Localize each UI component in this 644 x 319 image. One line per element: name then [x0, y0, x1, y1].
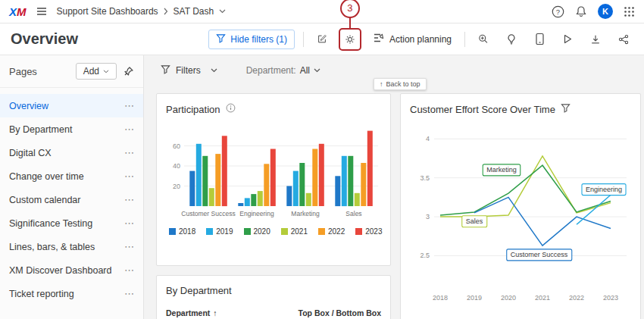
- ces-over-time-widget: Customer Effort Score Over Time 2.533.54…: [400, 93, 641, 319]
- sidebar-item-label: By Department: [9, 124, 72, 135]
- legend-swatch: [355, 228, 362, 235]
- sidebar-item-label: Custom calendar: [9, 195, 81, 205]
- svg-text:3: 3: [426, 213, 430, 220]
- by-department-title: By Department: [166, 285, 232, 296]
- page-title: Overview: [11, 30, 78, 48]
- legend-swatch: [244, 228, 251, 235]
- legend-swatch: [206, 228, 213, 235]
- sidebar-item-lines-bars-tables[interactable]: Lines, bars, & tables⋯: [0, 235, 143, 258]
- legend-label: 2018: [179, 227, 195, 236]
- app-grid-icon[interactable]: [624, 6, 635, 17]
- unpin-sidebar-icon[interactable]: [123, 66, 134, 77]
- svg-text:Engineering: Engineering: [239, 210, 274, 217]
- sidebar-item-significance-testing[interactable]: Significance Testing⋯: [0, 211, 143, 235]
- ces-title: Customer Effort Score Over Time: [410, 104, 555, 115]
- legend-label: 2022: [328, 227, 345, 236]
- filter-toggle-icon: [216, 33, 226, 45]
- svg-text:Marketing: Marketing: [486, 166, 517, 174]
- hamburger-menu-icon[interactable]: [36, 5, 48, 17]
- legend-item-2019[interactable]: 2019: [206, 227, 233, 236]
- xm-logo[interactable]: XM: [9, 5, 27, 18]
- info-icon[interactable]: [226, 103, 236, 115]
- dashboard-toolbar: Hide filters (1) 3 Action planning: [208, 30, 633, 49]
- user-avatar[interactable]: K: [598, 4, 613, 19]
- item-options-icon[interactable]: ⋯: [124, 100, 134, 111]
- sidebar-item-xm-discover-dashboard[interactable]: XM Discover Dashboard⋯: [0, 258, 143, 282]
- item-options-icon[interactable]: ⋯: [124, 264, 134, 276]
- sidebar-item-custom-calendar[interactable]: Custom calendar⋯: [0, 188, 143, 211]
- ces-chart: 2.533.54201820192020202120222023SalesMar…: [410, 120, 631, 311]
- by-department-table-header: Department ↑ Top Box / Bottom Box (CSAT): [166, 308, 381, 319]
- svg-text:4: 4: [426, 135, 430, 142]
- breadcrumb-root[interactable]: Support Site Dashboards: [57, 6, 158, 17]
- legend-item-2023[interactable]: 2023: [355, 227, 382, 236]
- sidebar-item-label: Overview: [9, 101, 48, 111]
- sidebar-header: Pages Add: [0, 55, 143, 88]
- svg-text:2022: 2022: [569, 294, 584, 302]
- filter-funnel-icon: [161, 64, 170, 77]
- sidebar-item-label: Ticket reporting: [9, 289, 74, 299]
- legend-item-2022[interactable]: 2022: [318, 227, 345, 236]
- topbar-actions: ? K: [552, 4, 635, 19]
- back-to-top-button[interactable]: ↑ Back to top: [374, 78, 427, 90]
- filters-toggle-button[interactable]: Filters: [156, 64, 222, 77]
- sidebar-item-label: XM Discover Dashboard: [9, 265, 111, 276]
- hide-filters-button[interactable]: Hide filters (1): [208, 30, 295, 49]
- play-presentation-icon[interactable]: [558, 30, 577, 49]
- svg-text:3.5: 3.5: [420, 174, 430, 182]
- svg-text:Marketing: Marketing: [291, 210, 320, 217]
- lightbulb-icon[interactable]: [502, 30, 521, 49]
- svg-text:20: 20: [173, 183, 180, 190]
- settings-gear-icon[interactable]: 3: [340, 30, 360, 49]
- svg-text:Sales: Sales: [345, 210, 361, 217]
- item-options-icon[interactable]: ⋯: [124, 170, 134, 182]
- item-options-icon[interactable]: ⋯: [124, 124, 134, 135]
- share-icon[interactable]: [614, 30, 633, 49]
- legend-swatch: [318, 228, 325, 235]
- item-options-icon[interactable]: ⋯: [124, 217, 134, 229]
- item-options-icon[interactable]: ⋯: [124, 194, 134, 205]
- legend-item-2018[interactable]: 2018: [169, 227, 195, 236]
- column-header-topbox[interactable]: Top Box / Bottom Box (CSAT): [289, 308, 381, 319]
- svg-text:2020: 2020: [501, 294, 516, 302]
- sidebar-item-label: Digital CX: [9, 148, 52, 158]
- notifications-bell-icon[interactable]: [575, 5, 587, 17]
- sidebar-item-overview[interactable]: Overview⋯: [0, 94, 143, 117]
- mobile-preview-icon[interactable]: [530, 30, 549, 49]
- svg-text:40: 40: [173, 162, 180, 170]
- sidebar-item-label: Lines, bars, & tables: [9, 242, 95, 252]
- legend-label: 2023: [365, 227, 382, 236]
- widget-filter-icon[interactable]: [561, 103, 571, 115]
- legend-label: 2019: [216, 227, 233, 236]
- download-export-icon[interactable]: [586, 30, 605, 49]
- svg-text:Engineering: Engineering: [586, 186, 622, 193]
- dashboard-content: Filters Department: All ↑ Back to top Pa…: [144, 55, 644, 319]
- edit-page-icon[interactable]: [312, 30, 332, 49]
- chevron-down-icon[interactable]: [219, 9, 226, 14]
- action-planning-button[interactable]: Action planning: [368, 31, 456, 47]
- breadcrumb-current[interactable]: SAT Dash: [174, 6, 214, 17]
- legend-item-2021[interactable]: 2021: [281, 227, 308, 236]
- add-page-button[interactable]: Add: [76, 63, 117, 80]
- column-header-department[interactable]: Department ↑: [166, 308, 217, 317]
- zoom-in-icon[interactable]: [474, 30, 493, 49]
- sidebar-item-ticket-reporting[interactable]: Ticket reporting⋯: [0, 282, 143, 305]
- item-options-icon[interactable]: ⋯: [124, 241, 134, 252]
- legend-label: 2021: [291, 227, 308, 236]
- svg-text:2.5: 2.5: [420, 252, 430, 259]
- legend-item-2020[interactable]: 2020: [244, 227, 270, 236]
- sidebar-item-label: Significance Testing: [9, 218, 92, 229]
- item-options-icon[interactable]: ⋯: [124, 147, 134, 158]
- department-filter[interactable]: Department: All: [242, 64, 325, 77]
- svg-text:Customer Success: Customer Success: [511, 251, 568, 258]
- sidebar-item-by-department[interactable]: By Department⋯: [0, 117, 143, 141]
- sidebar-item-change-over-time[interactable]: Change over time⋯: [0, 164, 143, 188]
- breadcrumb-separator-icon: [164, 8, 168, 15]
- help-icon[interactable]: ?: [552, 5, 564, 18]
- pages-sidebar: Pages Add Overview⋯By Department⋯Digital…: [0, 55, 144, 319]
- legend-swatch: [169, 228, 176, 235]
- sidebar-item-digital-cx[interactable]: Digital CX⋯: [0, 141, 143, 164]
- item-options-icon[interactable]: ⋯: [124, 288, 134, 299]
- sort-ascending-icon: ↑: [213, 308, 217, 317]
- svg-text:2019: 2019: [467, 294, 482, 302]
